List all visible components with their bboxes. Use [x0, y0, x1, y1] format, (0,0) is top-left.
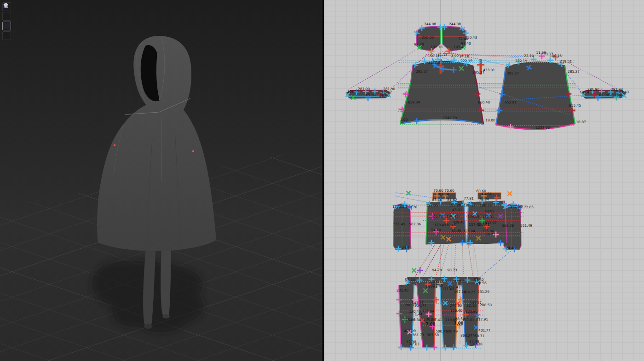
measurement-label: 34.10 [459, 54, 469, 58]
measurement-label: 217.91 [476, 317, 488, 321]
measurement-label: 100.76 [405, 205, 417, 209]
measurement-label: 401.77 [478, 328, 490, 332]
measurement-label: 1242.29 [443, 116, 457, 120]
measurement-label: 90.73 [447, 268, 457, 272]
measurement-label: 19.00 [485, 118, 495, 122]
measurement-label: 219.51 [560, 59, 572, 63]
measurement-label: 47.63 [409, 342, 420, 346]
measurement-label: 43.03 [484, 209, 494, 213]
measurement-label: 231.40 [397, 288, 408, 292]
measurement-label: 172.05 [392, 205, 404, 209]
measurement-label: 83.19 [439, 192, 449, 196]
measurement-label: 97.40 [414, 42, 424, 46]
pattern-piece-cuff-left[interactable] [393, 204, 411, 250]
measurement-label: 72.40 [458, 37, 468, 41]
measurement-label: 231.29 [477, 290, 489, 294]
measurement-label: 172.05 [510, 205, 522, 209]
pattern-view-2d[interactable]: 244.08244.08250.43250.0097.40107.18107.4… [324, 0, 644, 361]
measurement-label: 562.08 [502, 223, 514, 228]
measurement-label: 285.27 [416, 69, 428, 74]
measurement-label: 244.08 [424, 22, 436, 26]
measurement-label: 250.00 [422, 35, 434, 40]
measurement-label: 24.46 [612, 93, 622, 97]
seam-line[interactable] [462, 245, 464, 275]
measurement-label: 35.46 [451, 229, 461, 233]
measurement-label: 106.77 [347, 90, 359, 94]
seam-line[interactable] [468, 245, 473, 276]
measurement-label: 551.49 [520, 223, 532, 228]
measurement-label: 81.62 [447, 198, 457, 202]
piece-edge[interactable] [442, 26, 443, 44]
measurement-label: 285.27 [472, 70, 484, 74]
measurement-label: 285.27 [507, 71, 519, 75]
viewport-3d-canvas [0, 0, 322, 361]
measurement-label: 157.65 [426, 203, 438, 207]
seam-line[interactable] [348, 51, 415, 90]
notch-marker[interactable] [410, 266, 418, 275]
measurement-label: 125.04 [463, 229, 475, 233]
pattern-piece-pants-1[interactable] [399, 284, 414, 347]
measurement-label: 188.17 [464, 203, 476, 207]
measurement-label: 65.00 [366, 93, 376, 97]
measurement-label: 26.77 [485, 232, 495, 236]
measurement-label: 137.01 [482, 215, 494, 219]
measurement-label: 551.49 [393, 222, 405, 226]
measurement-label: 285.27 [568, 69, 580, 74]
measurement-label: 65.00 [599, 93, 609, 97]
measurement-label: 127.41 [430, 318, 442, 322]
measurement-label: 107.18 [431, 45, 443, 49]
measurement-label: 412.97 [485, 221, 497, 225]
seam-line[interactable] [395, 196, 430, 203]
measurement-label: 500.49 [446, 329, 458, 333]
show-head-icon[interactable] [2, 31, 11, 40]
measurement-label: 21.12 [437, 52, 448, 57]
head-icon [2, 2, 9, 9]
measurement-label: 3.65 [451, 53, 459, 57]
measurement-label: 188.66 [480, 203, 492, 207]
measurement-label: 655.45 [569, 103, 581, 108]
measurement-label: 155.32 [431, 284, 443, 288]
pin-dot [114, 144, 115, 146]
measurement-label: 54.10 [431, 228, 441, 232]
measurement-label: 118.20 [454, 279, 466, 283]
notch-markers [344, 24, 628, 351]
measurement-label: 360.24 [460, 333, 472, 338]
notch-marker[interactable] [404, 189, 413, 197]
measurement-label: 174.27 [463, 290, 475, 294]
measurement-label: 244.08 [449, 22, 461, 26]
seam-line[interactable] [474, 245, 478, 278]
measurement-label: 100.16 [550, 54, 562, 58]
display-toolbar [2, 2, 11, 40]
measurement-label: 206.50 [480, 303, 492, 307]
measurement-label: 562.06 [409, 222, 421, 226]
show-pattern-icon[interactable] [2, 22, 11, 30]
garment-editor-app: 244.08244.08250.43250.0097.40107.18107.4… [0, 0, 644, 361]
measurement-label: 77.81 [464, 196, 474, 201]
seam-line[interactable] [479, 251, 511, 278]
pattern-pieces [346, 26, 626, 347]
viewport-3d[interactable] [0, 0, 322, 361]
measurement-label: 222.15 [460, 59, 472, 63]
measurement-label: 660.40 [478, 100, 490, 104]
measurement-label: 68.60 [380, 93, 390, 97]
show-avatar-icon[interactable] [2, 12, 11, 21]
measurement-label: 1222.22 [535, 126, 550, 130]
measurement-label: 18.87 [576, 120, 586, 124]
measurement-label: 47.38 [472, 342, 483, 346]
measurement-label: 107.40 [454, 45, 466, 49]
measurement-label: 254.77 [414, 304, 426, 308]
garment-3d[interactable] [97, 36, 216, 251]
measurement-label: 358.31 [472, 334, 484, 338]
measurement-label: 215.08 [403, 318, 415, 322]
measurement-label: 225.16 [428, 61, 440, 65]
measurement-label: 83.46 [432, 198, 442, 202]
measurement-label: 22.10 [524, 54, 534, 58]
piece-edges [347, 26, 624, 347]
notch-marker[interactable] [506, 189, 514, 198]
measurement-label: 100.40 [450, 309, 462, 313]
measurement-label: 125.90 [466, 309, 477, 314]
measurement-label: 24.48 [506, 246, 516, 250]
measurement-label: 125.04 [422, 309, 434, 313]
measurement-label: 433.91 [483, 68, 495, 72]
measurement-label: 402.99 [404, 329, 416, 333]
